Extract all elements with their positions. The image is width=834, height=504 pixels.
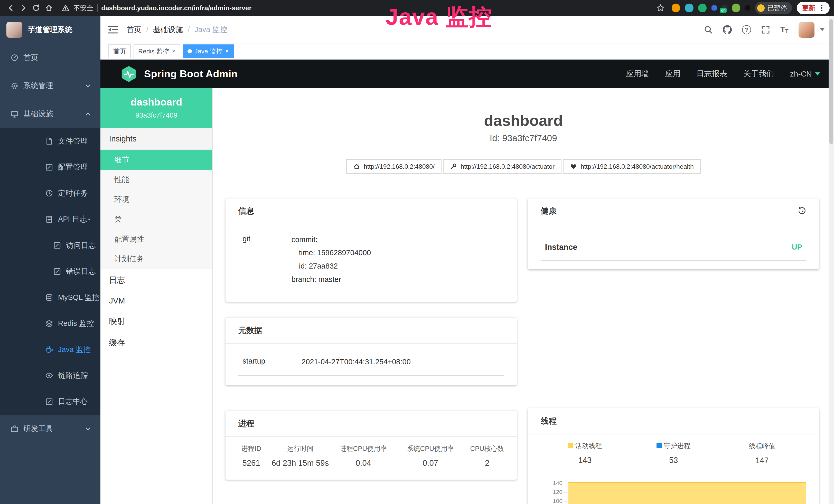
update-label: 更新 [802, 4, 815, 13]
nav-group-caches[interactable]: 缓存 [101, 332, 212, 353]
nav-group-mappings[interactable]: 映射 [101, 311, 212, 332]
sidebar-item-api-logs[interactable]: API 日志 [0, 206, 101, 232]
sidebar-item-scheduled-tasks[interactable]: 定时任务 [0, 180, 101, 206]
sidebar-item-home[interactable]: 首页 [0, 44, 101, 72]
history-icon[interactable] [798, 207, 806, 215]
nav-item-details[interactable]: 细节 [101, 150, 212, 170]
extension-icon-4[interactable] [711, 5, 717, 11]
user-avatar[interactable] [798, 22, 814, 38]
sidebar-item-trace[interactable]: 链路追踪 [0, 363, 101, 388]
sidebar-item-label: 文件管理 [58, 136, 88, 146]
breadcrumb-item-home[interactable]: 首页 [127, 25, 141, 35]
database-icon [45, 294, 53, 301]
tags-bar: 首页 Redis 监控 × Java 监控 × [101, 44, 834, 60]
breadcrumb-item-infrastructure[interactable]: 基础设施 [153, 25, 183, 35]
sidebar-item-mysql-monitor[interactable]: MySQL 监控 [0, 284, 101, 311]
threads-legend: 活动线程 143 守护进程 53 线程峰值 [541, 441, 806, 465]
nav-group-jvm[interactable]: JVM [101, 291, 212, 311]
column-header: 进程CPU使用率 [330, 444, 397, 453]
address-bar[interactable]: 不安全 dashboard.yudao.iocoder.cn/infra/adm… [62, 4, 251, 13]
chevron-down-icon [815, 72, 820, 75]
process-column-process-cpu: 进程CPU使用率 0.04 [330, 444, 397, 468]
tab-java-monitor[interactable]: Java 监控 × [183, 44, 234, 58]
app-logo[interactable]: 芋道管理系统 [0, 16, 101, 44]
nav-item-config-properties[interactable]: 配置属性 [101, 229, 212, 249]
instance-link-root[interactable]: http://192.168.0.2:48080/ [346, 159, 441, 174]
instance-detail-content: dashboard Id: 93a3fc7f7409 http://192.16… [213, 88, 834, 504]
process-table: 进程ID 5261 运行时间 6d 23h 15m 59s 进程CPU使用率 [225, 437, 517, 479]
sba-locale-select[interactable]: zh-CN [790, 70, 820, 78]
instance-header[interactable]: dashboard 93a3fc7f7409 [101, 88, 212, 129]
nav-item-environment[interactable]: 环境 [101, 189, 212, 209]
sba-menu-wallboard[interactable]: 应用墙 [626, 69, 649, 79]
clock-icon [45, 189, 53, 197]
instance-link-actuator[interactable]: http://192.168.0.2:48080/actuator [443, 159, 562, 174]
github-icon[interactable] [723, 25, 732, 34]
browser-update-button[interactable]: 更新 [797, 2, 830, 14]
nav-item-classes[interactable]: 类 [101, 209, 212, 229]
sba-menu-applications[interactable]: 应用 [665, 69, 680, 79]
nav-item-performance[interactable]: 性能 [101, 170, 212, 189]
font-size-icon[interactable]: TT [780, 26, 789, 33]
tab-redis-monitor[interactable]: Redis 监控 × [134, 44, 180, 58]
instance-link-label: http://192.168.0.2:48080/actuator/health [580, 163, 694, 170]
nav-group-logs[interactable]: 日志 [101, 269, 212, 291]
chevron-down-icon [85, 83, 91, 89]
info-card-title: 信息 [225, 199, 517, 225]
info-card: 信息 git commit: time: 1596289704000 id: 2… [225, 199, 517, 302]
dashboard-gauge-icon [10, 54, 19, 62]
search-icon[interactable] [704, 25, 713, 34]
sidebar-item-dev-tools[interactable]: 研发工具 [0, 415, 101, 443]
chart-plot-area [568, 469, 807, 504]
browser-refresh-icon[interactable] [30, 2, 43, 15]
tab-home[interactable]: 首页 [108, 44, 131, 58]
paused-label: 已暂停 [767, 4, 787, 13]
extension-on-badge: on [720, 8, 727, 13]
sba-menu-about[interactable]: 关于我们 [743, 69, 774, 79]
sidebar-item-file-mgmt[interactable]: 文件管理 [0, 128, 101, 154]
metadata-key: startup [242, 356, 302, 369]
paused-profile-badge[interactable]: 已暂停 [755, 2, 792, 14]
fullscreen-icon[interactable] [761, 25, 770, 34]
extension-icon-2[interactable] [685, 4, 693, 12]
sidebar-toggle-icon[interactable] [108, 25, 118, 34]
extension-icon-7[interactable] [745, 5, 750, 11]
help-icon[interactable]: ? [742, 25, 751, 34]
file-icon [45, 137, 53, 145]
scrollbar-thumb[interactable] [829, 19, 833, 144]
sba-menu-journal[interactable]: 日志报表 [696, 69, 727, 79]
sidebar-item-error-logs[interactable]: 错误日志 [0, 258, 101, 284]
tab-label: Java 监控 [194, 47, 222, 55]
browser-home-icon[interactable] [43, 2, 56, 15]
health-row-instance: Instance UP [541, 243, 806, 261]
sidebar-item-log-center[interactable]: 日志中心 [0, 389, 101, 415]
extension-icon-1[interactable] [672, 4, 680, 12]
browser-forward-icon[interactable] [17, 2, 30, 15]
nav-group-insights[interactable]: Insights [101, 129, 212, 150]
bookmark-star-icon[interactable] [654, 2, 667, 15]
insights-items: 细节 性能 环境 类 配置属性 计划任务 [101, 150, 212, 270]
sidebar-item-label: 错误日志 [66, 266, 96, 276]
instance-name: dashboard [105, 96, 208, 108]
sidebar-item-infrastructure[interactable]: 基础设施 [0, 100, 101, 128]
sidebar-item-label: 系统管理 [23, 81, 53, 91]
spring-boot-admin-logo-icon[interactable] [120, 65, 138, 83]
tab-close-icon[interactable]: × [172, 48, 175, 54]
sidebar-item-access-logs[interactable]: 访问日志 [0, 232, 101, 258]
instance-link-health[interactable]: http://192.168.0.2:48080/actuator/health [563, 159, 700, 174]
sidebar-item-system-mgmt[interactable]: 系统管理 [0, 72, 101, 100]
extension-icon-6[interactable] [732, 4, 740, 12]
nav-item-scheduled-tasks[interactable]: 计划任务 [101, 249, 212, 269]
breadcrumb: 首页 / 基础设施 / Java 监控 [127, 25, 227, 35]
extension-icon-3[interactable] [698, 4, 707, 12]
sidebar-item-config-mgmt[interactable]: 配置管理 [0, 154, 101, 180]
extension-icon-5[interactable]: on [722, 5, 727, 11]
tab-close-icon[interactable]: × [225, 48, 229, 54]
avatar-caret-icon[interactable] [820, 28, 825, 31]
process-column-cpu-cores: CPU核心数 2 [464, 444, 510, 468]
sba-brand-title[interactable]: Spring Boot Admin [144, 68, 238, 79]
sidebar-item-redis-monitor[interactable]: Redis 监控 [0, 311, 101, 336]
browser-back-icon[interactable] [4, 2, 17, 15]
browser-menu-kebab-icon[interactable] [819, 5, 825, 12]
sidebar-item-java-monitor[interactable]: Java 监控 [0, 337, 101, 363]
